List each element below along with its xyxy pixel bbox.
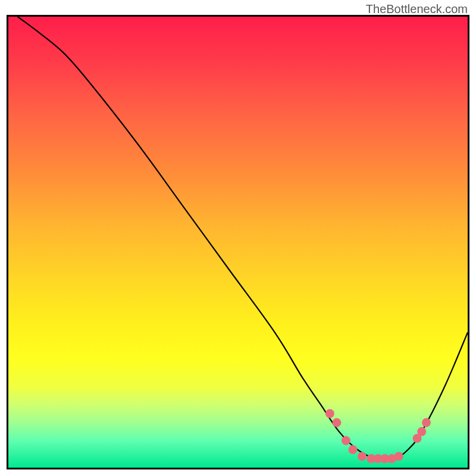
curve-marker (394, 452, 403, 461)
curve-marker (358, 452, 367, 461)
curve-marker (342, 436, 350, 445)
curve-marker (332, 418, 341, 427)
attribution-text: TheBottleneck.com (366, 2, 468, 16)
curve-marker (349, 445, 358, 454)
plot-area (8, 17, 468, 468)
curve-layer (8, 17, 468, 468)
bottleneck-chart: TheBottleneck.com (0, 0, 476, 476)
curve-marker (417, 427, 426, 436)
marker-group (325, 409, 431, 464)
curve-marker (422, 418, 431, 427)
bottleneck-curve (17, 17, 468, 460)
curve-marker (325, 409, 334, 418)
